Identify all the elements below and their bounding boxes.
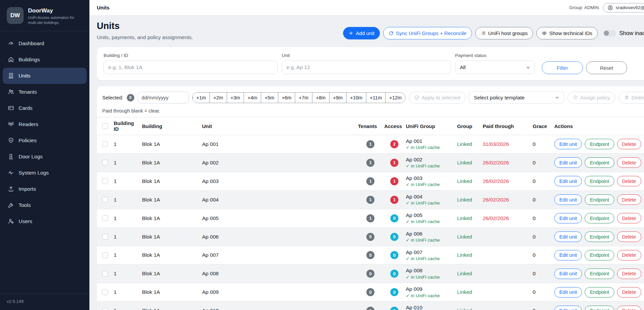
month-plus-button[interactable]: +5m xyxy=(261,93,278,103)
edit-unit-button[interactable]: Edit unit xyxy=(554,194,582,205)
edit-unit-button[interactable]: Edit unit xyxy=(554,269,582,279)
apply-to-selected-button[interactable]: Apply to selected xyxy=(409,92,466,104)
row-checkbox[interactable] xyxy=(102,289,108,295)
row-checkbox[interactable] xyxy=(102,252,108,258)
month-plus-button[interactable]: +12m xyxy=(385,93,405,103)
row-checkbox[interactable] xyxy=(102,160,108,165)
row-checkbox[interactable] xyxy=(102,234,108,240)
edit-unit-button[interactable]: Edit unit xyxy=(554,139,582,149)
add-unit-button[interactable]: Add unit xyxy=(343,27,380,39)
column-header: Building ID xyxy=(111,117,139,135)
delete-button[interactable]: Delete xyxy=(617,306,641,310)
row-checkbox[interactable] xyxy=(102,308,108,310)
endpoint-button[interactable]: Endpoint xyxy=(585,157,614,168)
row-checkbox[interactable] xyxy=(102,271,108,277)
sidebar-item[interactable]: Door Logs xyxy=(3,149,87,165)
edit-unit-button[interactable]: Edit unit xyxy=(554,306,582,310)
group-link-status: Linked xyxy=(457,141,472,147)
units-table: Building ID Building Unit Tenants Access… xyxy=(97,117,644,310)
unit-filter-input[interactable] xyxy=(282,61,451,74)
month-plus-button[interactable]: +11m xyxy=(366,93,386,103)
month-plus-button[interactable]: +4m xyxy=(244,93,261,103)
endpoint-button[interactable]: Endpoint xyxy=(585,194,614,205)
row-checkbox[interactable] xyxy=(102,215,108,221)
cell-unit: Ap 002 xyxy=(199,153,355,172)
endpoint-button[interactable]: Endpoint xyxy=(585,306,614,310)
paid-through-date-input[interactable] xyxy=(138,92,189,103)
delete-button[interactable]: Delete xyxy=(617,213,641,223)
row-checkbox[interactable] xyxy=(102,197,108,203)
select-all-checkbox[interactable] xyxy=(102,123,108,129)
topbar: Units Group: ADMIN sradivoev92@gmail.com xyxy=(89,0,644,16)
sidebar-item[interactable]: Units xyxy=(3,68,87,84)
endpoint-button[interactable]: Endpoint xyxy=(585,269,614,279)
delete-button[interactable]: Delete xyxy=(617,176,641,186)
delete-button[interactable]: Delete xyxy=(617,269,641,279)
group-link-status: Linked xyxy=(457,308,472,310)
tenants-count-badge: 1 xyxy=(366,140,374,148)
month-plus-button[interactable]: +8m xyxy=(312,93,329,103)
sidebar-item-icon xyxy=(7,105,14,112)
building-filter-input[interactable] xyxy=(104,61,278,74)
endpoint-button[interactable]: Endpoint xyxy=(585,213,614,223)
unifi-group-name: Ap 001 xyxy=(406,138,452,144)
user-menu-button[interactable]: sradivoev92@gmail.com xyxy=(603,3,644,12)
show-technical-ids-button[interactable]: Show technical IDs xyxy=(536,27,598,39)
delete-button[interactable]: Delete xyxy=(617,139,641,149)
endpoint-button[interactable]: Endpoint xyxy=(585,231,614,242)
edit-unit-button[interactable]: Edit unit xyxy=(554,231,582,242)
delete-selected-button[interactable]: Delete selected xyxy=(619,92,644,104)
sidebar-item[interactable]: Tools xyxy=(3,197,87,213)
month-plus-button[interactable]: +2m xyxy=(209,93,227,103)
assign-policy-button[interactable]: Assign policy xyxy=(567,92,615,104)
cell-grace: 0 xyxy=(530,302,552,310)
row-checkbox[interactable] xyxy=(102,141,108,147)
sidebar-item[interactable]: Buildings xyxy=(3,52,87,68)
sidebar-item[interactable]: Tenants xyxy=(3,84,87,100)
delete-button[interactable]: Delete xyxy=(617,287,641,298)
sidebar-item[interactable]: Users xyxy=(3,213,87,229)
edit-unit-button[interactable]: Edit unit xyxy=(554,213,582,223)
endpoint-button[interactable]: Endpoint xyxy=(585,287,614,298)
endpoint-button[interactable]: Endpoint xyxy=(585,250,614,260)
cell-grace: 0 xyxy=(530,190,552,209)
endpoint-button[interactable]: Endpoint xyxy=(585,139,614,149)
month-plus-button[interactable]: +6m xyxy=(278,93,295,103)
person-circle-icon xyxy=(608,5,613,10)
reset-button[interactable]: Reset xyxy=(586,61,627,74)
payment-status-select[interactable]: All xyxy=(455,61,535,74)
eye-icon xyxy=(542,31,547,36)
filter-button[interactable]: Filter xyxy=(542,61,583,74)
row-checkbox[interactable] xyxy=(102,178,108,184)
edit-unit-button[interactable]: Edit unit xyxy=(554,157,582,168)
sidebar-item[interactable]: Imports xyxy=(3,181,87,197)
edit-unit-button[interactable]: Edit unit xyxy=(554,287,582,298)
cell-building: Blok 1A xyxy=(139,246,199,265)
edit-unit-button[interactable]: Edit unit xyxy=(554,250,582,260)
delete-button[interactable]: Delete xyxy=(617,231,641,242)
sidebar-item[interactable]: Readers xyxy=(3,116,87,132)
month-plus-button[interactable]: +3m xyxy=(227,93,244,103)
sidebar-item[interactable]: System Logs xyxy=(3,165,87,181)
sync-unifi-button[interactable]: Sync UniFi Groups + Reconcile xyxy=(383,27,472,39)
paid-through-hint: Paid through blank = clear. xyxy=(97,107,644,117)
policy-template-select[interactable]: Select policy template xyxy=(469,91,564,104)
cell-building-id: 1 xyxy=(111,153,139,172)
sidebar-item[interactable]: Dashboard xyxy=(3,35,87,52)
sidebar-item[interactable]: Policies xyxy=(3,132,87,149)
inactive-buildings-toggle[interactable] xyxy=(603,30,616,36)
month-plus-button[interactable]: +7m xyxy=(295,93,312,103)
month-plus-button[interactable]: +10m xyxy=(346,93,366,103)
delete-button[interactable]: Delete xyxy=(617,250,641,260)
month-plus-button[interactable]: +1m xyxy=(193,93,210,103)
delete-button[interactable]: Delete xyxy=(617,194,641,205)
edit-unit-button[interactable]: Edit unit xyxy=(554,176,582,186)
endpoint-button[interactable]: Endpoint xyxy=(585,176,614,186)
unifi-cache-status: ✓ in UniFi cache xyxy=(406,182,452,188)
unifi-cache-status: ✓ in UniFi cache xyxy=(406,200,452,206)
unifi-host-groups-button[interactable]: UniFi host groups xyxy=(475,27,533,39)
delete-button[interactable]: Delete xyxy=(617,157,641,168)
month-plus-button[interactable]: +9m xyxy=(329,93,346,103)
tenants-count-badge: 0 xyxy=(366,251,374,259)
sidebar-item[interactable]: Cards xyxy=(3,100,87,116)
